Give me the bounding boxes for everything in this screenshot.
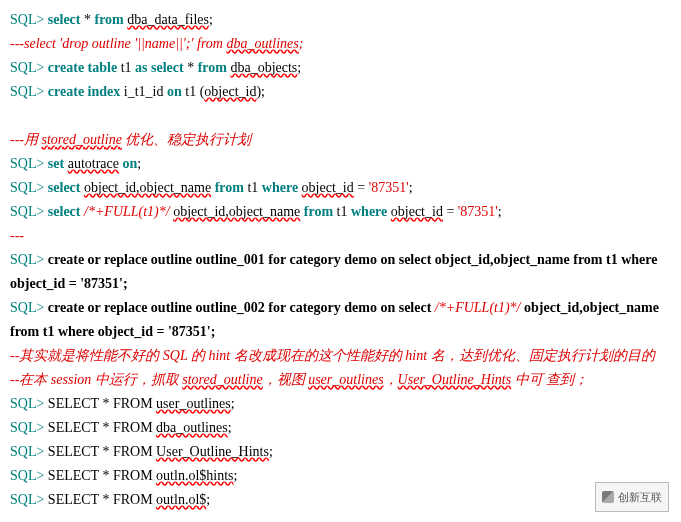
code-segment: SQL> (10, 252, 44, 267)
code-line: --其实就是将性能不好的 SQL 的 hint 名改成现在的这个性能好的 hin… (10, 344, 671, 368)
code-segment: SQL> (10, 300, 44, 315)
code-line: SQL> create or replace outline outline_0… (10, 248, 671, 296)
code-line: --在本 session 中运行，抓取 stored_outline，视图 us… (10, 368, 671, 392)
code-line: SQL> SELECT * FROM User_Outline_Hints; (10, 440, 671, 464)
code-segment: SQL> (10, 444, 44, 459)
code-segment: object_id (391, 204, 443, 219)
code-line: SQL> set autotrace on; (10, 152, 671, 176)
code-segment: user_outlines (156, 396, 231, 411)
code-segment: outln.ol$ (156, 492, 206, 507)
code-segment: 中可 查到； (511, 372, 588, 387)
code-segment: * (81, 12, 95, 27)
code-segment: SELECT * FROM (44, 420, 156, 435)
code-segment: stored_outline (42, 132, 122, 147)
code-segment: --其实就是将性能不好的 SQL 的 hint 名改成现在的这个性能好的 hin… (10, 348, 655, 363)
code-line: SQL> select * from dba_data_files; (10, 8, 671, 32)
code-segment: ; (297, 60, 301, 75)
code-segment: on (122, 156, 137, 171)
code-line: SQL> create or replace outline outline_0… (10, 296, 671, 344)
code-segment: where (351, 204, 387, 219)
code-segment: select (48, 204, 81, 219)
code-block: SQL> select * from dba_data_files;---sel… (10, 8, 671, 512)
code-segment: ; (231, 396, 235, 411)
code-line: ---select 'drop outline '||name||';' fro… (10, 32, 671, 56)
code-segment: SQL> (10, 420, 44, 435)
code-segment: object_id,object_name (173, 204, 300, 219)
code-segment: SQL> (10, 468, 44, 483)
code-line: ---用 stored_outline 优化、稳定执行计划 (10, 128, 671, 152)
code-segment: ; (234, 468, 238, 483)
code-segment: SQL> (10, 180, 44, 195)
code-line: --- (10, 224, 671, 248)
code-segment: select (48, 12, 81, 27)
code-segment: ; (409, 180, 413, 195)
code-segment: --在本 session 中运行，抓取 (10, 372, 182, 387)
code-segment: = (354, 180, 369, 195)
code-segment: t1 (333, 204, 351, 219)
code-segment: SQL> (10, 492, 44, 507)
code-segment: autotrace (68, 156, 119, 171)
code-segment: t1 ( (182, 84, 205, 99)
code-segment: on (167, 84, 182, 99)
code-line: SQL> SELECT * FROM outln.ol$hints; (10, 464, 671, 488)
code-line (10, 104, 671, 128)
code-segment: 优化、稳定执行计划 (122, 132, 252, 147)
code-segment: dba_objects (230, 60, 297, 75)
watermark-text: 创新互联 (618, 485, 662, 509)
code-segment: i_t1_id (120, 84, 167, 99)
code-segment: as select (135, 60, 184, 75)
code-segment: dba_data_files (127, 12, 209, 27)
code-segment: from (198, 60, 227, 75)
code-segment: create index (48, 84, 120, 99)
code-segment: ; (209, 12, 213, 27)
code-segment: t1 (244, 180, 262, 195)
code-segment (10, 108, 14, 123)
code-segment: SELECT * FROM (44, 396, 156, 411)
code-segment: object_id (302, 180, 354, 195)
code-segment: create or replace outline outline_002 fo… (48, 300, 435, 315)
code-line: SQL> select object_id,object_name from t… (10, 176, 671, 200)
code-segment: '87351' (458, 204, 498, 219)
code-segment: SQL> (10, 204, 44, 219)
code-segment: --- (10, 228, 24, 243)
code-segment: SQL> (10, 84, 44, 99)
code-segment: from (304, 204, 333, 219)
code-segment: SQL> (10, 12, 44, 27)
code-segment: User_Outline_Hints (398, 372, 512, 387)
code-segment: t1 (117, 60, 135, 75)
code-segment: dba_outlines (156, 420, 228, 435)
watermark-badge: 创新互联 (595, 482, 669, 512)
code-line: SQL> select /*+FULL(t1)*/ object_id,obje… (10, 200, 671, 224)
code-line: SQL> SELECT * FROM dba_outlines; (10, 416, 671, 440)
code-segment: object_id,object_name (84, 180, 211, 195)
code-segment: object_id (204, 84, 256, 99)
code-segment: set (48, 156, 64, 171)
code-segment: ; (228, 420, 232, 435)
code-line: SQL> SELECT * FROM outln.ol$; (10, 488, 671, 512)
code-segment: SQL> (10, 396, 44, 411)
code-segment: outln.ol$hints (156, 468, 233, 483)
code-segment: SQL> (10, 60, 44, 75)
code-line: SQL> create table t1 as select * from db… (10, 56, 671, 80)
code-segment: stored_outline (182, 372, 262, 387)
code-segment: ---select 'drop outline '||name||';' fro… (10, 36, 226, 51)
code-segment: from (215, 180, 244, 195)
code-segment: create or replace outline outline_001 fo… (10, 252, 657, 291)
code-line: SQL> create index i_t1_id on t1 (object_… (10, 80, 671, 104)
code-segment: '87351' (369, 180, 409, 195)
code-segment: ; (269, 444, 273, 459)
code-segment: ---用 (10, 132, 42, 147)
code-segment: ; (498, 204, 502, 219)
code-segment: * (184, 60, 198, 75)
code-segment: User_Outline_Hints (156, 444, 269, 459)
code-segment: /*+FULL(t1)*/ (84, 204, 170, 219)
code-segment: = (443, 204, 458, 219)
code-segment: select (48, 180, 81, 195)
code-segment: ; (299, 36, 304, 51)
code-segment: SQL> (10, 156, 44, 171)
code-segment: SELECT * FROM (44, 444, 156, 459)
code-segment: ); (256, 84, 265, 99)
code-segment: ， (384, 372, 398, 387)
logo-icon (602, 491, 614, 503)
code-segment: /*+FULL(t1)*/ (435, 300, 521, 315)
